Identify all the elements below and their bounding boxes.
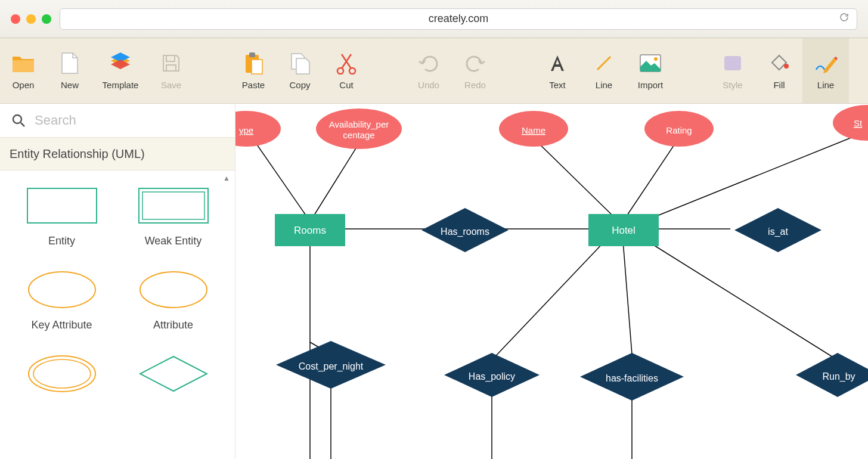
- relationship-has-rooms[interactable]: Has_rooms: [421, 208, 509, 252]
- relationship-has-facilities[interactable]: has-facilities: [580, 353, 684, 401]
- svg-text:is_at: is_at: [768, 227, 788, 237]
- line-icon: [592, 51, 616, 75]
- line-style-button[interactable]: Line: [802, 38, 849, 103]
- relationship-has-policy[interactable]: Has_policy: [444, 353, 540, 397]
- attribute-type[interactable]: ype: [235, 111, 281, 147]
- shape-entity[interactable]: Entity: [11, 185, 113, 247]
- svg-rect-13: [139, 188, 208, 223]
- er-diagram: ype Availability_per centage Name Rating…: [235, 104, 868, 459]
- svg-text:has-facilities: has-facilities: [606, 373, 658, 383]
- search-input[interactable]: [35, 113, 224, 128]
- style-button[interactable]: Style: [709, 38, 756, 103]
- close-window-icon[interactable]: [11, 14, 20, 24]
- connector[interactable]: [535, 139, 614, 217]
- cut-button[interactable]: Cut: [323, 38, 370, 103]
- new-button[interactable]: New: [46, 38, 93, 103]
- svg-rect-2: [252, 60, 262, 74]
- fill-icon: [767, 51, 791, 75]
- address-bar[interactable]: creately.com: [60, 8, 857, 30]
- fill-button[interactable]: Fill: [756, 38, 802, 103]
- fill-label: Fill: [773, 80, 785, 90]
- pencil-icon: [814, 51, 838, 75]
- undo-label: Undo: [418, 80, 439, 90]
- style-icon: [721, 51, 745, 75]
- template-button[interactable]: Template: [93, 38, 148, 103]
- attribute-rating[interactable]: Rating: [644, 111, 714, 147]
- maximize-window-icon[interactable]: [42, 14, 51, 24]
- paste-button[interactable]: Paste: [230, 38, 277, 103]
- shape-entity-label: Entity: [48, 235, 75, 247]
- svg-line-5: [597, 57, 610, 70]
- multivalued-preview-icon: [23, 353, 101, 395]
- open-button[interactable]: Open: [0, 38, 46, 103]
- diagram-canvas[interactable]: ype Availability_per centage Name Rating…: [235, 104, 868, 459]
- svg-point-10: [13, 115, 21, 123]
- category-header[interactable]: Entity Relationship (UML): [0, 137, 235, 170]
- cut-icon: [334, 51, 358, 75]
- save-icon: [159, 51, 183, 75]
- import-button[interactable]: Import: [627, 38, 674, 103]
- shape-weak-entity[interactable]: Weak Entity: [122, 185, 224, 247]
- relationship-cost-per-night[interactable]: Cost_per_night: [276, 341, 386, 389]
- line-tool-button[interactable]: Line: [581, 38, 627, 103]
- shape-relationship[interactable]: [122, 353, 224, 395]
- svg-text:Has_rooms: Has_rooms: [441, 227, 489, 237]
- new-label: New: [61, 80, 79, 90]
- new-file-icon: [58, 51, 82, 75]
- svg-point-17: [29, 356, 95, 392]
- svg-point-16: [140, 272, 207, 308]
- entity-preview-icon: [23, 185, 101, 227]
- window-controls: [11, 14, 51, 24]
- relationship-is-at[interactable]: is_at: [734, 208, 822, 252]
- scrollbar-arrow-icon[interactable]: ▲: [223, 174, 230, 182]
- svg-text:Rating: Rating: [666, 125, 692, 135]
- svg-text:Run_by: Run_by: [822, 371, 855, 382]
- shape-panel: ▲ Entity Weak Entity: [0, 170, 235, 459]
- save-button[interactable]: Save: [148, 38, 194, 103]
- redo-button[interactable]: Redo: [452, 38, 498, 103]
- shape-multivalued-attribute[interactable]: [11, 353, 113, 395]
- copy-button[interactable]: Copy: [277, 38, 323, 103]
- entity-hotel[interactable]: Hotel: [588, 214, 659, 246]
- line-label: Line: [596, 80, 612, 90]
- category-label: Entity Relationship (UML): [10, 147, 145, 161]
- svg-point-28: [833, 105, 868, 141]
- search-icon[interactable]: [11, 113, 26, 128]
- entity-rooms[interactable]: Rooms: [275, 214, 345, 246]
- shape-key-attribute[interactable]: Key Attribute: [11, 269, 113, 331]
- shape-attr-label: Attribute: [153, 319, 193, 331]
- template-icon: [108, 51, 132, 75]
- connector[interactable]: [626, 139, 678, 217]
- cut-label: Cut: [339, 80, 353, 90]
- redo-label: Redo: [464, 80, 486, 90]
- undo-button[interactable]: Undo: [405, 38, 452, 103]
- svg-rect-1: [249, 52, 255, 57]
- style-label: Style: [723, 80, 742, 90]
- text-tool-button[interactable]: Text: [534, 38, 581, 103]
- minimize-window-icon[interactable]: [26, 14, 36, 24]
- folder-icon: [11, 51, 35, 75]
- undo-icon: [417, 51, 441, 75]
- connector[interactable]: [313, 145, 358, 217]
- url-text: creately.com: [429, 13, 489, 25]
- attribute-st[interactable]: St: [833, 105, 868, 141]
- copy-label: Copy: [289, 80, 310, 90]
- svg-text:Hotel: Hotel: [612, 225, 636, 236]
- connector[interactable]: [623, 241, 632, 354]
- connector[interactable]: [253, 139, 307, 217]
- attribute-availability[interactable]: Availability_per centage: [316, 108, 402, 149]
- refresh-icon[interactable]: [839, 12, 850, 26]
- svg-line-11: [21, 123, 24, 126]
- attribute-name[interactable]: Name: [499, 111, 568, 147]
- connector[interactable]: [647, 241, 838, 360]
- import-icon: [638, 51, 662, 75]
- import-label: Import: [638, 80, 664, 90]
- svg-text:Cost_per_night: Cost_per_night: [299, 361, 364, 372]
- svg-rect-12: [27, 188, 97, 223]
- shape-sidebar: Entity Relationship (UML) ▲ Entity Weak …: [0, 104, 235, 459]
- connector[interactable]: [492, 241, 605, 360]
- svg-text:St: St: [854, 118, 863, 128]
- relationship-run-by[interactable]: Run_by: [796, 353, 868, 397]
- attribute-preview-icon: [135, 269, 212, 311]
- shape-attribute[interactable]: Attribute: [122, 269, 224, 331]
